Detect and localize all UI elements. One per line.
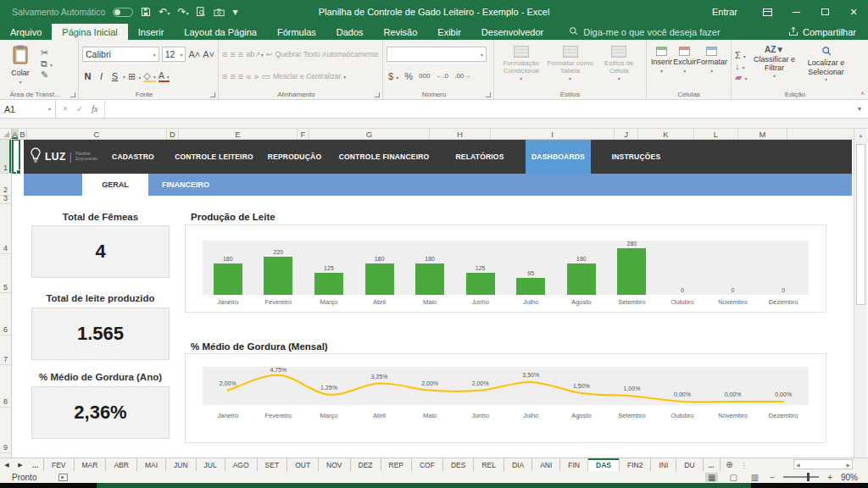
minimize-icon[interactable] xyxy=(782,0,810,24)
sort-filter-button[interactable]: AZ▼ Classificar e Filtrar ▾ xyxy=(751,43,798,88)
column-header-f[interactable]: F xyxy=(298,129,309,139)
menu-tab-formulas[interactable]: Fórmulas xyxy=(267,24,326,40)
orientation-icon[interactable]: ab↗▾ xyxy=(246,51,264,58)
fill-icon[interactable]: ↓ ▾ xyxy=(735,62,748,71)
percent-icon[interactable]: % xyxy=(404,72,413,81)
italic-button[interactable]: I xyxy=(96,71,107,81)
ribbon-display-options-icon[interactable] xyxy=(753,0,782,24)
vertical-scroll-thumb[interactable] xyxy=(856,144,865,305)
number-format-select[interactable]: ▾ xyxy=(387,47,487,62)
wrap-text-icon[interactable]: ↩ xyxy=(266,51,273,58)
maximize-icon[interactable] xyxy=(810,0,839,24)
column-header-d[interactable]: D xyxy=(167,129,179,139)
normal-view-icon[interactable]: ▦ xyxy=(705,473,718,482)
thousands-icon[interactable]: 000 xyxy=(419,73,430,80)
wrap-text-button[interactable]: Quebrar Texto Automaticamente xyxy=(275,50,378,58)
clipboard-dialog-launcher-icon[interactable] xyxy=(70,92,75,97)
horizontal-scrollbar[interactable]: ◀ ▶ xyxy=(793,459,853,469)
row-header-3[interactable]: 3 xyxy=(0,196,11,204)
sheet-tab-des[interactable]: DES xyxy=(443,458,474,471)
sheet-nav-left-icon[interactable]: ◀ xyxy=(0,458,14,471)
zoom-out-icon[interactable]: − xyxy=(770,473,775,482)
scroll-up-icon[interactable]: ▲ xyxy=(854,129,867,141)
borders-icon[interactable]: ⊞ ▾ xyxy=(128,72,141,81)
sheet-nav-right-icon[interactable]: ▶ xyxy=(14,458,27,471)
nav-item-reproducao[interactable]: REPRODUÇÃO xyxy=(255,140,334,174)
redo-icon[interactable]: ↷▾ xyxy=(177,7,188,17)
sheet-tab-set[interactable]: SET xyxy=(258,458,288,471)
find-select-button[interactable]: Localizar e Selecionar ▾ xyxy=(802,43,851,88)
undo-icon[interactable]: ↶▾ xyxy=(159,7,170,17)
column-header-h[interactable]: H xyxy=(430,129,491,139)
zoom-level[interactable]: 90% xyxy=(841,473,858,482)
nav-item-controle-financeiro[interactable]: CONTROLE FINANCEIRO xyxy=(334,140,434,174)
column-header-m[interactable]: M xyxy=(738,129,787,139)
increase-decimal-icon[interactable]: ←.0 xyxy=(436,73,448,80)
sheet-tab-nov[interactable]: NOV xyxy=(319,458,350,471)
menu-tab-inserir[interactable]: Inserir xyxy=(128,24,175,40)
font-size-select[interactable]: 12▾ xyxy=(162,47,186,62)
row-header-8[interactable]: 8 xyxy=(0,365,11,408)
select-all-corner[interactable] xyxy=(0,129,12,139)
row-header-5[interactable]: 5 xyxy=(0,254,11,293)
bar-julho[interactable] xyxy=(516,278,545,295)
font-dialog-launcher-icon[interactable] xyxy=(210,92,215,97)
sheet-tabs-right-overflow[interactable]: ... xyxy=(704,458,721,471)
sub-tab-financeiro[interactable]: FINANCEIRO xyxy=(152,174,220,196)
sheet-tab-rep[interactable]: REP xyxy=(381,458,412,471)
column-header-g[interactable]: G xyxy=(309,129,430,139)
bar-agosto[interactable] xyxy=(567,263,596,295)
zoom-slider-thumb[interactable] xyxy=(807,473,810,481)
row-header-2[interactable]: 2 xyxy=(0,174,11,196)
sheet-tab-fev[interactable]: FEV xyxy=(44,458,75,471)
align-top-icon[interactable]: ≡ xyxy=(222,50,227,59)
sheet-tab-ani[interactable]: ANI xyxy=(532,458,560,471)
menu-tab-pagina-inicial[interactable]: Página Inicial xyxy=(52,24,127,40)
cell-styles-button[interactable]: Estilos de Célula ▾ xyxy=(595,43,643,88)
sheet-tab-jul[interactable]: JUL xyxy=(197,458,225,471)
vertical-scrollbar[interactable]: ▲ xyxy=(854,129,867,458)
sheet-tab-cof[interactable]: COF xyxy=(412,458,443,471)
grow-font-icon[interactable]: A˄ xyxy=(188,50,200,59)
conditional-formatting-button[interactable]: Formatação Condicional ▾ xyxy=(498,43,545,88)
name-box[interactable]: A1 ▾ xyxy=(0,100,56,118)
sheet-tab-mar[interactable]: MAR xyxy=(75,458,107,471)
row-header-6[interactable]: 6 xyxy=(0,293,11,336)
sheet-tab-das[interactable]: DAS xyxy=(588,458,620,471)
currency-icon[interactable]: $ ▾ xyxy=(388,72,398,81)
bar-marco[interactable] xyxy=(314,273,343,295)
sheet-tab-fin[interactable]: FIN xyxy=(560,458,588,471)
row-header-1[interactable]: 1 xyxy=(0,140,11,174)
insert-function-icon[interactable]: fx xyxy=(92,104,97,114)
column-header-j[interactable]: J xyxy=(615,129,638,139)
cut-icon[interactable]: ✂ xyxy=(41,48,53,58)
align-center-icon[interactable]: ≡ xyxy=(230,72,235,81)
column-header-c[interactable]: C xyxy=(27,129,167,139)
sheet-tab-out[interactable]: OUT xyxy=(287,458,319,471)
sheet-tab-mai[interactable]: MAI xyxy=(137,458,166,471)
sheet-tab-dez[interactable]: DEZ xyxy=(351,458,381,471)
close-icon[interactable]: × xyxy=(839,0,868,24)
font-name-select[interactable]: Calibri▾ xyxy=(82,47,159,62)
nav-item-relatorios[interactable]: RELATÓRIOS xyxy=(434,140,526,174)
decrease-indent-icon[interactable]: « xyxy=(246,72,251,81)
merge-center-button[interactable]: Mesclar e Centralizar xyxy=(273,72,341,80)
menu-tab-revisao[interactable]: Revisão xyxy=(374,24,428,40)
bar-janeiro[interactable] xyxy=(214,263,242,295)
fat-percentage-chart[interactable]: 2,00%4,75%1,25%3,25%2,00%2,00%3,50%1,50%… xyxy=(185,353,826,443)
underline-button[interactable]: S xyxy=(109,71,120,81)
tell-me-search[interactable]: Diga-me o que você deseja fazer xyxy=(569,24,720,40)
row-header-4[interactable]: 4 xyxy=(0,204,11,254)
font-color-icon[interactable]: A ▾ xyxy=(159,71,170,82)
nav-item-instrucoes[interactable]: INSTRUÇÕES xyxy=(591,140,682,174)
kpi-card-1[interactable]: 1.565 xyxy=(31,308,170,360)
sheet-tab-jun[interactable]: JUN xyxy=(166,458,197,471)
format-painter-icon[interactable]: ✎ xyxy=(41,70,53,80)
sheet-tab-ago[interactable]: AGO xyxy=(225,458,258,471)
row-header-7[interactable]: 7 xyxy=(0,336,11,365)
sheet-tab-rel[interactable]: REL xyxy=(474,458,504,471)
kpi-card-2[interactable]: 2,36% xyxy=(31,386,170,439)
sheet-tab-dia[interactable]: DIA xyxy=(504,458,532,471)
formula-bar-expand-icon[interactable]: ▼ xyxy=(851,100,868,118)
bar-maio[interactable] xyxy=(415,263,444,295)
